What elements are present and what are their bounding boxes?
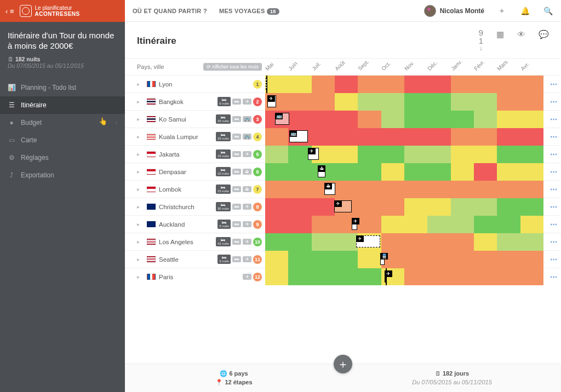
row-toggle-icon[interactable]: ▸ xyxy=(137,274,144,280)
visibility-icon[interactable]: 👁 xyxy=(517,30,525,53)
city-name[interactable]: Seattle xyxy=(159,256,214,263)
city-name[interactable]: Los Angeles xyxy=(159,239,213,245)
row-toggle-icon[interactable]: ▸ xyxy=(137,204,144,210)
row-menu-button[interactable]: ⋯ xyxy=(547,203,561,211)
row-menu-button[interactable]: ⋯ xyxy=(547,220,561,228)
city-name[interactable]: Kuala Lumpur xyxy=(159,134,213,140)
nav-where-when[interactable]: OÙ ET QUAND PARTIR ? xyxy=(133,8,207,14)
row-menu-button[interactable]: ⋯ xyxy=(547,273,561,281)
stay-segment[interactable]: ✈ xyxy=(334,200,352,212)
hamburger-icon[interactable]: ‹ ≡ xyxy=(5,7,14,15)
bed-chip[interactable]: 🛏 xyxy=(232,116,241,123)
row-toggle-icon[interactable]: ▸ xyxy=(137,151,144,157)
stay-segment[interactable]: ✈ xyxy=(308,148,319,160)
brand-logo[interactable]: Le planificateur ACONTRESENS xyxy=(20,5,80,17)
stay-segment[interactable]: ✈ xyxy=(267,95,276,107)
timeline-track[interactable]: ✈ xyxy=(265,268,547,286)
plane-chip[interactable]: ✈ xyxy=(243,204,251,210)
stay-segment[interactable]: ✈ xyxy=(385,270,386,283)
plane-chip[interactable]: ✈ xyxy=(243,99,251,105)
row-menu-button[interactable]: ⋯ xyxy=(547,255,561,263)
timeline-track[interactable]: ✈ xyxy=(265,146,547,163)
stay-segment[interactable]: 🚌 xyxy=(275,113,289,125)
stay-segment[interactable]: 🚌 xyxy=(289,130,308,142)
row-toggle-icon[interactable]: ▸ xyxy=(137,99,144,105)
comment-icon[interactable]: 💬 xyxy=(539,30,549,53)
timeline-track[interactable]: 🚆 xyxy=(265,251,547,268)
bed-chip[interactable]: 🛏 xyxy=(232,221,241,228)
row-menu-button[interactable]: ⋯ xyxy=(547,168,561,176)
city-name[interactable]: Lombok xyxy=(159,186,213,193)
sidebar-item-r-glages[interactable]: ⚙Réglages xyxy=(0,149,125,166)
timeline-track[interactable]: ⛴ xyxy=(265,181,547,198)
plane-chip[interactable]: ✈ xyxy=(243,151,251,158)
stay-segment[interactable]: ✈ xyxy=(356,235,380,247)
timeline-track[interactable]: ⛴ xyxy=(265,163,547,181)
bed-chip[interactable]: 🛏 xyxy=(232,186,241,193)
row-menu-button[interactable]: ⋯ xyxy=(547,150,561,158)
stay-segment[interactable]: ✈ xyxy=(352,218,357,230)
row-toggle-icon[interactable]: ▸ xyxy=(137,81,144,87)
timeline-track[interactable]: ✈ xyxy=(265,216,547,233)
sidebar-item-budget[interactable]: ●Budget›👆 xyxy=(0,114,125,131)
row-toggle-icon[interactable]: ▸ xyxy=(137,221,144,227)
bus-chip[interactable]: 🚌 xyxy=(243,134,251,140)
row-toggle-icon[interactable]: ▸ xyxy=(137,239,144,245)
sidebar-item-carte[interactable]: ▭Carte xyxy=(0,131,125,149)
bed-chip[interactable]: 🛏 xyxy=(232,256,241,263)
city-name[interactable]: Denpasar xyxy=(159,169,213,175)
timeline-track[interactable]: ✈ xyxy=(265,233,547,251)
stay-segment[interactable]: 🚆 xyxy=(380,253,385,265)
user-menu[interactable]: Nicolas Monté xyxy=(424,5,484,17)
sidebar-item-exportation[interactable]: ⤴Exportation xyxy=(0,166,125,184)
calendar-view-icon[interactable]: ▦ xyxy=(496,30,504,53)
bed-chip[interactable]: 🛏 xyxy=(232,204,241,210)
city-name[interactable]: Lyon xyxy=(159,81,250,88)
city-name[interactable]: Jakarta xyxy=(159,151,213,158)
sidebar-item-itin-raire[interactable]: ☰Itinéraire xyxy=(0,96,125,114)
toggle-all-months-button[interactable]: ⟳ Afficher tous les mois xyxy=(203,63,262,71)
row-toggle-icon[interactable]: ▸ xyxy=(137,186,144,192)
add-icon[interactable]: ＋ xyxy=(496,6,507,16)
plane-chip[interactable]: ✈ xyxy=(243,256,251,263)
plane-chip[interactable]: ✈ xyxy=(243,239,251,245)
bed-chip[interactable]: 🛏 xyxy=(232,151,241,158)
bed-chip[interactable]: 🛏 xyxy=(232,169,241,175)
row-menu-button[interactable]: ⋯ xyxy=(547,185,561,193)
row-menu-button[interactable]: ⋯ xyxy=(547,97,561,106)
stay-segment[interactable] xyxy=(266,78,267,90)
stay-segment[interactable]: ⛴ xyxy=(318,165,325,177)
row-toggle-icon[interactable]: ▸ xyxy=(137,169,144,175)
row-toggle-icon[interactable]: ▸ xyxy=(137,134,144,140)
bed-chip[interactable]: 🛏 xyxy=(232,99,241,105)
bed-chip[interactable]: 🛏 xyxy=(232,239,241,245)
boat-chip[interactable]: ⛴ xyxy=(243,186,251,193)
sidebar-item-planning-todo-list[interactable]: 📊Planning - Todo list xyxy=(0,79,125,96)
city-name[interactable]: Christchurch xyxy=(159,204,213,210)
plane-chip[interactable]: ✈ xyxy=(243,274,251,280)
plane-chip[interactable]: ✈ xyxy=(243,221,251,228)
bell-icon[interactable]: 🔔 xyxy=(519,7,530,15)
city-name[interactable]: Paris xyxy=(159,274,239,280)
bed-chip[interactable]: 🛏 xyxy=(232,134,241,140)
add-step-button[interactable]: ＋ xyxy=(334,355,352,373)
stay-segment[interactable]: ⛴ xyxy=(324,183,335,195)
row-toggle-icon[interactable]: ▸ xyxy=(137,256,144,262)
timeline-track[interactable]: 🚌 xyxy=(265,111,547,128)
row-menu-button[interactable]: ⋯ xyxy=(547,80,561,88)
bus-chip[interactable]: 🚌 xyxy=(243,116,251,123)
search-icon[interactable]: 🔍 xyxy=(542,7,553,15)
city-name[interactable]: Auckland xyxy=(159,221,214,228)
row-menu-button[interactable]: ⋯ xyxy=(547,132,561,141)
boat-chip[interactable]: ⛴ xyxy=(243,169,251,175)
city-name[interactable]: Ko Samui xyxy=(159,116,213,123)
timeline-track[interactable]: ✈ xyxy=(265,93,547,111)
row-menu-button[interactable]: ⋯ xyxy=(547,115,561,123)
timeline-track[interactable]: ✈ xyxy=(265,198,547,216)
row-toggle-icon[interactable]: ▸ xyxy=(137,116,144,122)
timeline-track[interactable] xyxy=(265,76,547,93)
timeline-track[interactable]: 🚌 xyxy=(265,128,547,146)
city-name[interactable]: Bangkok xyxy=(159,99,214,105)
row-menu-button[interactable]: ⋯ xyxy=(547,238,561,246)
nav-my-trips[interactable]: MES VOYAGES 18 xyxy=(219,8,279,14)
